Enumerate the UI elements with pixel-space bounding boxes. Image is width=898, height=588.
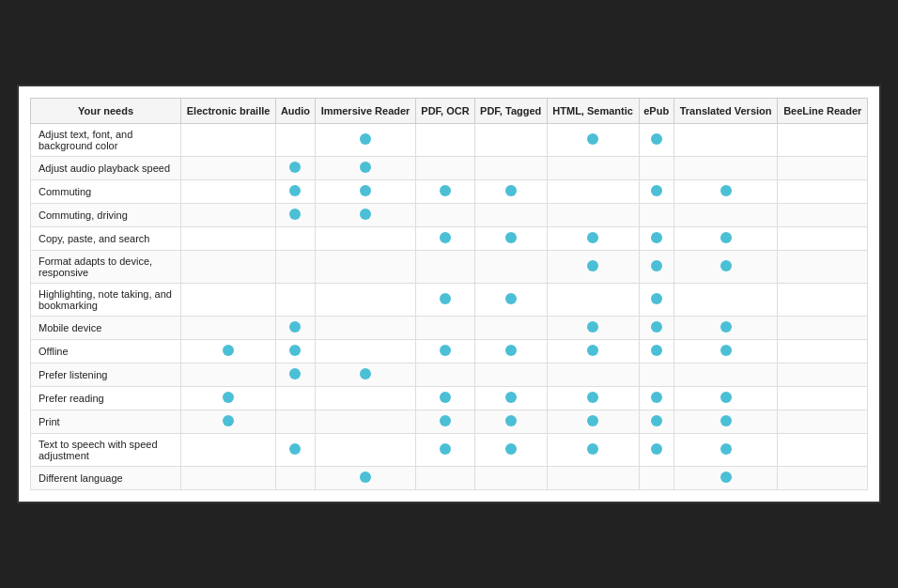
feature-dot [651, 443, 662, 455]
column-header-1: Electronic braille [181, 98, 276, 123]
dot-cell [315, 227, 416, 251]
dot-cell [778, 157, 868, 180]
table-row: Prefer reading [31, 387, 868, 410]
feature-dot [651, 293, 662, 304]
feature-dot [223, 392, 234, 403]
feature-dot [587, 345, 598, 356]
feature-dot [720, 260, 732, 271]
dot-cell [778, 251, 868, 284]
dot-cell [639, 284, 674, 317]
feature-dot [587, 392, 598, 403]
dot-cell [639, 180, 674, 204]
dot-cell [474, 410, 547, 434]
column-header-4: PDF, OCR [416, 98, 475, 123]
dot-cell [276, 284, 316, 317]
dot-cell [276, 364, 316, 387]
dot-cell [181, 387, 276, 410]
table-row: Prefer listening [31, 364, 868, 387]
dot-cell [416, 124, 475, 157]
feature-dot [360, 162, 371, 173]
dot-cell [181, 317, 276, 340]
dot-cell [639, 227, 674, 251]
dot-cell [181, 227, 276, 251]
dot-cell [276, 387, 316, 410]
dot-cell [474, 317, 547, 340]
dot-cell [181, 364, 276, 387]
feature-dot [505, 443, 517, 455]
dot-cell [547, 124, 639, 157]
feature-dot [505, 293, 517, 304]
dot-cell [547, 410, 639, 434]
dot-cell [474, 157, 547, 180]
feature-dot [720, 345, 732, 356]
dot-cell [674, 284, 778, 317]
dot-cell [474, 364, 547, 387]
dot-cell [674, 157, 778, 180]
dot-cell [416, 364, 475, 387]
column-header-7: ePub [639, 98, 674, 123]
dot-cell [547, 227, 639, 251]
dot-cell [547, 284, 639, 317]
dot-cell [639, 467, 674, 490]
feature-dot [505, 185, 517, 196]
dot-cell [416, 387, 475, 410]
dot-cell [547, 204, 639, 227]
dot-cell [474, 284, 547, 317]
dot-cell [181, 284, 276, 317]
dot-cell [315, 340, 416, 364]
dot-cell [474, 180, 547, 204]
dot-cell [639, 204, 674, 227]
feature-dot [587, 415, 598, 426]
need-label: Prefer listening [31, 364, 181, 387]
dot-cell [416, 434, 475, 467]
dot-cell [181, 204, 276, 227]
dot-cell [181, 467, 276, 490]
feature-dot [651, 415, 662, 426]
column-header-5: PDF, Tagged [474, 98, 547, 123]
dot-cell [276, 410, 316, 434]
column-header-3: Immersive Reader [315, 98, 416, 123]
dot-cell [181, 410, 276, 434]
dot-cell [474, 227, 547, 251]
dot-cell [181, 340, 276, 364]
dot-cell [416, 284, 475, 317]
feature-dot [720, 443, 732, 455]
dot-cell [276, 340, 316, 364]
dot-cell [315, 317, 416, 340]
dot-cell [547, 467, 639, 490]
dot-cell [474, 340, 547, 364]
dot-cell [315, 124, 416, 157]
dot-cell [778, 434, 868, 467]
dot-cell [474, 387, 547, 410]
table-row: Format adapts to device, responsive [31, 251, 868, 284]
column-header-0: Your needs [31, 98, 181, 123]
dot-cell [315, 434, 416, 467]
dot-cell [474, 251, 547, 284]
need-label: Print [31, 410, 181, 434]
main-window: Your needsElectronic brailleAudioImmersi… [17, 85, 881, 503]
dot-cell [416, 317, 475, 340]
dot-cell [315, 204, 416, 227]
dot-cell [639, 340, 674, 364]
feature-dot [289, 209, 301, 220]
dot-cell [547, 157, 639, 180]
dot-cell [778, 124, 868, 157]
feature-dot [440, 392, 451, 403]
dot-cell [547, 180, 639, 204]
feature-dot [440, 345, 451, 356]
feature-dot [720, 472, 732, 483]
need-label: Adjust audio playback speed [31, 157, 181, 180]
dot-cell [674, 204, 778, 227]
dot-cell [778, 284, 868, 317]
feature-dot [720, 232, 732, 243]
dot-cell [315, 157, 416, 180]
dot-cell [416, 467, 475, 490]
dot-cell [416, 251, 475, 284]
feature-dot [440, 293, 451, 304]
need-label: Commuting [31, 180, 181, 204]
dot-cell [639, 434, 674, 467]
dot-cell [547, 251, 639, 284]
dot-cell [276, 317, 316, 340]
dot-cell [674, 434, 778, 467]
table-row: Text to speech with speed adjustment [31, 434, 868, 467]
